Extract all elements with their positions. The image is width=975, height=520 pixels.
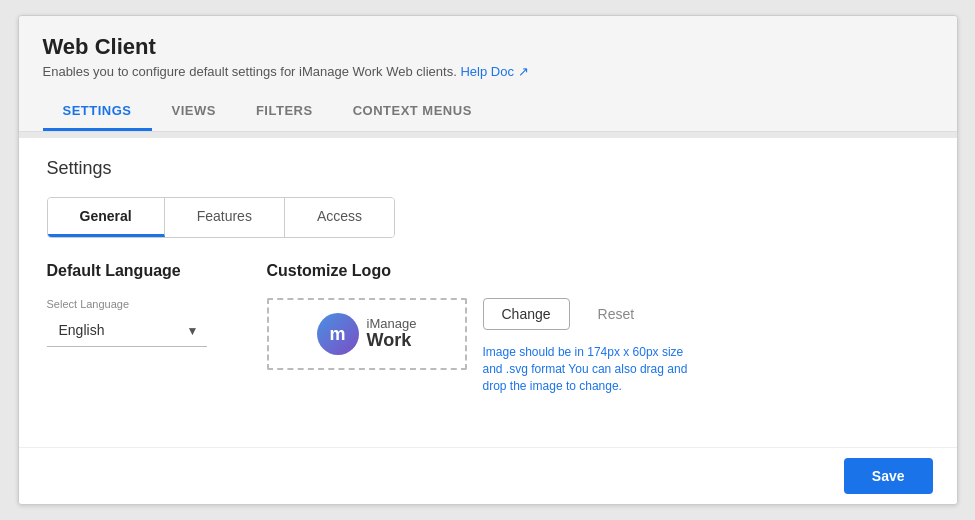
- settings-body: Default Language Select Language English…: [47, 262, 929, 427]
- tab-views[interactable]: VIEWS: [152, 93, 236, 131]
- logo-inner: m iManage Work: [317, 313, 417, 355]
- description-text: Enables you to configure default setting…: [43, 64, 457, 79]
- nav-tabs: SETTINGS VIEWS FILTERS CONTEXT MENUS: [43, 93, 933, 131]
- reset-button[interactable]: Reset: [580, 299, 653, 329]
- logo-icon: m: [317, 313, 359, 355]
- content-inner: Settings General Features Access Default…: [19, 138, 957, 447]
- language-select-wrapper: English French German Spanish Japanese ▼: [47, 314, 207, 347]
- sub-tab-general[interactable]: General: [48, 198, 165, 237]
- sub-tabs: General Features Access: [47, 197, 396, 238]
- help-doc-link[interactable]: Help Doc ↗: [460, 64, 528, 79]
- logo-text-bottom: Work: [367, 331, 417, 351]
- logo-actions: Change Reset: [483, 298, 703, 330]
- logo-text: iManage Work: [367, 317, 417, 351]
- logo-hint: Image should be in 174px x 60px size and…: [483, 344, 703, 394]
- app-title: Web Client: [43, 34, 933, 60]
- tab-filters[interactable]: FILTERS: [236, 93, 333, 131]
- logo-text-top: iManage: [367, 317, 417, 331]
- select-language-label: Select Language: [47, 298, 207, 310]
- app-description: Enables you to configure default setting…: [43, 64, 933, 79]
- external-link-icon: ↗: [518, 64, 529, 79]
- language-select[interactable]: English French German Spanish Japanese: [47, 314, 207, 347]
- customize-logo-col: Customize Logo m iManage Work: [267, 262, 703, 427]
- save-button[interactable]: Save: [844, 458, 933, 494]
- content-area: Settings General Features Access Default…: [19, 138, 957, 504]
- tab-settings[interactable]: SETTINGS: [43, 93, 152, 131]
- footer: Save: [19, 447, 957, 504]
- logo-preview[interactable]: m iManage Work: [267, 298, 467, 370]
- main-window: Web Client Enables you to configure defa…: [18, 15, 958, 505]
- sub-tab-access[interactable]: Access: [285, 198, 394, 237]
- sub-tab-features[interactable]: Features: [165, 198, 285, 237]
- logo-controls: Change Reset Image should be in 174px x …: [483, 298, 703, 394]
- change-button[interactable]: Change: [483, 298, 570, 330]
- header-section: Web Client Enables you to configure defa…: [19, 16, 957, 132]
- default-language-col: Default Language Select Language English…: [47, 262, 207, 427]
- section-title: Settings: [47, 158, 929, 179]
- tab-context-menus[interactable]: CONTEXT MENUS: [333, 93, 492, 131]
- default-language-title: Default Language: [47, 262, 207, 280]
- customize-logo-title: Customize Logo: [267, 262, 703, 280]
